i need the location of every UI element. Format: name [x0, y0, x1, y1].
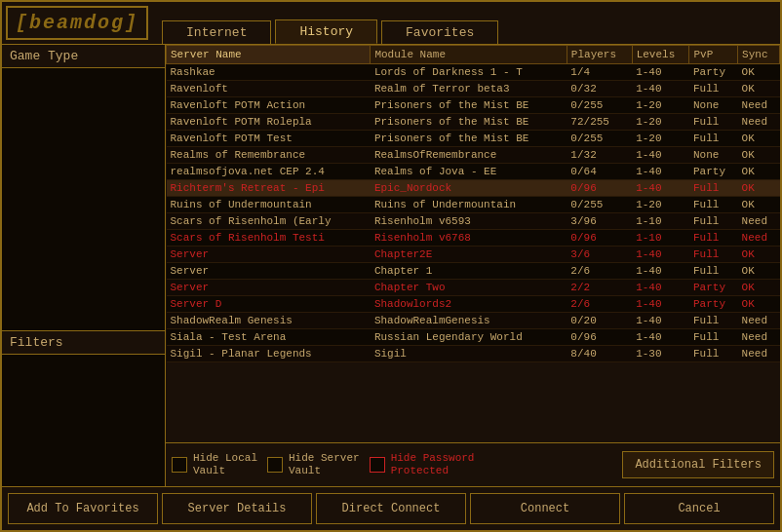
table-cell: 1-10: [632, 213, 689, 230]
table-cell: 1-40: [632, 280, 689, 296]
table-cell: Prisoners of the Mist BE: [371, 97, 567, 114]
table-cell: 1-40: [632, 296, 689, 313]
table-cell: Shadowlords2: [371, 296, 567, 313]
cancel-button[interactable]: Cancel: [624, 493, 774, 524]
col-levels[interactable]: Levels: [632, 46, 689, 64]
table-cell: 0/96: [567, 329, 632, 346]
direct-connect-button[interactable]: Direct Connect: [316, 493, 466, 524]
checkbox-hide-local-box[interactable]: [172, 457, 187, 473]
table-row[interactable]: Ruins of UndermountainRuins of Undermoun…: [167, 197, 780, 213]
game-type-list[interactable]: [2, 68, 165, 330]
table-cell: Chapter 1: [371, 263, 567, 280]
table-cell: Need: [738, 230, 780, 247]
tab-internet[interactable]: Internet: [162, 20, 271, 44]
table-row[interactable]: ServerChapter2E3/61-40FullOK: [167, 247, 780, 263]
table-cell: ShadowRealm Genesis: [167, 313, 371, 329]
table-cell: Realms of Remembrance: [167, 147, 371, 164]
table-row[interactable]: realmsofjova.net CEP 2.4Realms of Jova -…: [167, 164, 780, 180]
table-cell: None: [689, 147, 738, 164]
table-cell: Party: [689, 280, 738, 296]
table-cell: Full: [689, 197, 738, 213]
checkbox-hide-server-label: Hide ServerVault: [289, 452, 360, 477]
table-scroll[interactable]: Server Name Module Name Players Levels P…: [166, 45, 780, 442]
table-row[interactable]: Richterm's Retreat - EpiEpic_Nordock0/96…: [167, 180, 780, 197]
checkbox-hide-server[interactable]: Hide ServerVault: [267, 452, 360, 477]
col-sync[interactable]: Sync: [738, 46, 780, 64]
checkbox-hide-local[interactable]: Hide LocalVault: [172, 452, 257, 477]
table-row[interactable]: Ravenloft POTM RoleplaPrisoners of the M…: [167, 114, 780, 131]
table-row[interactable]: Scars of Risenholm TestiRisenholm v67680…: [167, 230, 780, 247]
table-cell: 1-10: [632, 230, 689, 247]
sidebar: Game Type Filters: [2, 45, 166, 486]
table-cell: 1-40: [632, 147, 689, 164]
table-row[interactable]: Sigil - Planar LegendsSigil8/401-30FullN…: [167, 346, 780, 362]
table-cell: 3/96: [567, 213, 632, 230]
table-cell: Need: [738, 97, 780, 114]
table-row[interactable]: ServerChapter Two2/21-40PartyOK: [167, 280, 780, 296]
filters-section: Filters: [2, 330, 165, 486]
table-row[interactable]: Ravenloft POTM ActionPrisoners of the Mi…: [167, 97, 780, 114]
bottom-buttons: Add To Favorites Server Details Direct C…: [2, 486, 780, 530]
header: [beamdog] Internet History Favorites: [2, 2, 780, 45]
table-cell: Prisoners of the Mist BE: [371, 131, 567, 147]
table-row[interactable]: ShadowRealm GenesisShadowRealmGenesis0/2…: [167, 313, 780, 329]
game-type-list-inner: [2, 68, 165, 72]
tab-favorites[interactable]: Favorites: [381, 20, 498, 44]
table-cell: 0/255: [567, 131, 632, 147]
table-row[interactable]: ServerChapter 12/61-40FullOK: [167, 263, 780, 280]
table-cell: Server: [167, 280, 371, 296]
table-cell: Server: [167, 247, 371, 263]
table-cell: 1-40: [632, 164, 689, 180]
table-cell: OK: [738, 81, 780, 97]
table-row[interactable]: Server DShadowlords22/61-40PartyOK: [167, 296, 780, 313]
logo: [beamdog]: [6, 6, 148, 40]
checkbox-hide-local-label: Hide LocalVault: [193, 452, 257, 477]
table-cell: Sigil: [371, 346, 567, 362]
table-body: RashkaeLords of Darkness 1 - T1/41-40Par…: [167, 64, 780, 362]
table-cell: Full: [689, 114, 738, 131]
table-cell: OK: [738, 164, 780, 180]
checkbox-row: Hide LocalVault Hide ServerVault Hide Pa…: [166, 442, 780, 486]
col-pvp[interactable]: PvP: [689, 46, 738, 64]
table-row[interactable]: RavenloftRealm of Terror beta30/321-40Fu…: [167, 81, 780, 97]
table-row[interactable]: Realms of RemembranceRealmsOfRemembrance…: [167, 147, 780, 164]
table-row[interactable]: Scars of Risenholm (EarlyRisenholm v6593…: [167, 213, 780, 230]
table-cell: 8/40: [567, 346, 632, 362]
filters-area[interactable]: [2, 355, 165, 486]
col-module-name[interactable]: Module Name: [371, 46, 567, 64]
table-cell: 0/96: [567, 180, 632, 197]
checkbox-hide-password[interactable]: Hide PasswordProtected: [370, 452, 475, 477]
filters-label: Filters: [2, 331, 165, 355]
server-table: Server Name Module Name Players Levels P…: [166, 45, 780, 362]
table-cell: Full: [689, 213, 738, 230]
additional-filters-button[interactable]: Additional Filters: [622, 451, 774, 478]
table-cell: Chapter Two: [371, 280, 567, 296]
connect-button[interactable]: Connect: [470, 493, 620, 524]
tabs-container: Internet History Favorites: [152, 2, 780, 44]
table-cell: Risenholm v6768: [371, 230, 567, 247]
table-cell: 1/4: [567, 64, 632, 81]
table-cell: realmsofjova.net CEP 2.4: [167, 164, 371, 180]
checkbox-hide-server-box[interactable]: [267, 457, 283, 473]
table-cell: Ravenloft POTM Rolepla: [167, 114, 371, 131]
add-to-favorites-button[interactable]: Add To Favorites: [8, 493, 158, 524]
header-row: Server Name Module Name Players Levels P…: [167, 46, 780, 64]
table-row[interactable]: RashkaeLords of Darkness 1 - T1/41-40Par…: [167, 64, 780, 81]
table-cell: Richterm's Retreat - Epi: [167, 180, 371, 197]
table-cell: 1-20: [632, 197, 689, 213]
table-cell: OK: [738, 64, 780, 81]
checkbox-hide-password-box[interactable]: [370, 457, 385, 473]
table-cell: Realms of Jova - EE: [371, 164, 567, 180]
table-cell: RealmsOfRemembrance: [371, 147, 567, 164]
logo-text: [beamdog]: [16, 12, 138, 34]
table-cell: Party: [689, 64, 738, 81]
table-row[interactable]: Siala - Test ArenaRussian Legendary Worl…: [167, 329, 780, 346]
table-cell: Full: [689, 346, 738, 362]
table-cell: Ravenloft POTM Action: [167, 97, 371, 114]
col-players[interactable]: Players: [567, 46, 632, 64]
tab-history[interactable]: History: [275, 19, 377, 44]
table-row[interactable]: Ravenloft POTM TestPrisoners of the Mist…: [167, 131, 780, 147]
col-server-name[interactable]: Server Name: [167, 46, 371, 64]
table-cell: Sigil - Planar Legends: [167, 346, 371, 362]
server-details-button[interactable]: Server Details: [162, 493, 312, 524]
